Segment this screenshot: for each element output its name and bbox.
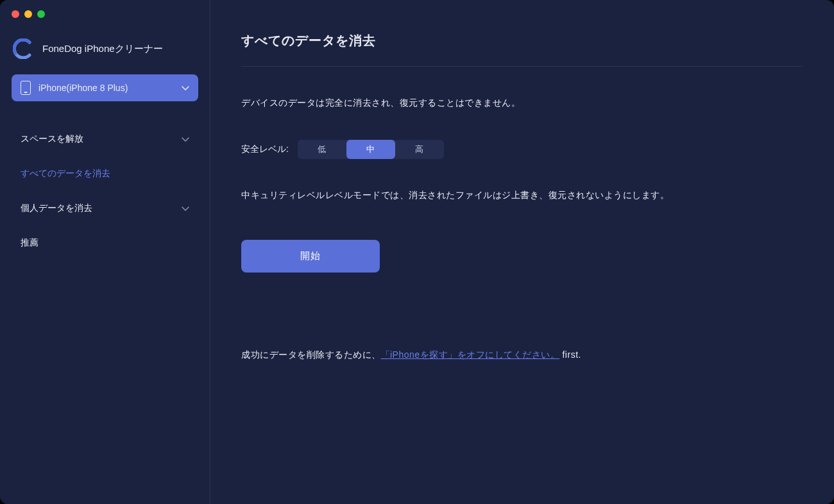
- app-title: FoneDog iPhoneクリーナー: [42, 43, 163, 55]
- footer-text: 成功にデータを削除するために、「iPhoneを探す」をオフにしてください。 fi…: [241, 349, 803, 361]
- device-label: iPhone(iPhone 8 Plus): [38, 83, 174, 93]
- security-level-segments: 低 中 高: [298, 140, 444, 159]
- main-content: すべてのデータを消去 デバイスのデータは完全に消去され、復元することはできません…: [210, 0, 834, 504]
- security-level-row: 安全レベル: 低 中 高: [241, 140, 803, 159]
- sidebar-item-erase-private-data[interactable]: 個人データを消去: [0, 191, 210, 226]
- start-button[interactable]: 開始: [241, 240, 380, 273]
- sidebar-item-label: 推薦: [21, 237, 38, 249]
- app-header: FoneDog iPhoneクリーナー: [0, 31, 210, 74]
- warning-text: デバイスのデータは完全に消去され、復元することはできません。: [241, 97, 803, 109]
- security-level-medium[interactable]: 中: [346, 140, 395, 159]
- sidebar-item-recommend[interactable]: 推薦: [0, 226, 210, 260]
- page-title: すべてのデータを消去: [241, 32, 803, 66]
- footer-prefix: 成功にデータを削除するために、: [241, 349, 381, 360]
- app-window: FoneDog iPhoneクリーナー iPhone(iPhone 8 Plus…: [0, 0, 834, 504]
- sidebar-item-label: 個人データを消去: [21, 203, 92, 214]
- security-level-label: 安全レベル:: [241, 144, 289, 155]
- security-level-high[interactable]: 高: [395, 140, 444, 159]
- find-my-iphone-link[interactable]: 「iPhoneを探す」をオフにしてください。: [381, 349, 560, 360]
- minimize-window-button[interactable]: [24, 10, 32, 18]
- sidebar-item-erase-all-data[interactable]: すべてのデータを消去: [0, 156, 210, 191]
- device-selector[interactable]: iPhone(iPhone 8 Plus): [12, 74, 198, 101]
- divider: [241, 66, 803, 67]
- chevron-down-icon: [182, 137, 189, 142]
- sidebar: FoneDog iPhoneクリーナー iPhone(iPhone 8 Plus…: [0, 0, 210, 504]
- close-window-button[interactable]: [12, 10, 19, 18]
- window-controls: [12, 10, 45, 18]
- maximize-window-button[interactable]: [37, 10, 45, 18]
- chevron-down-icon: [182, 86, 189, 90]
- phone-icon: [21, 81, 31, 95]
- chevron-down-icon: [182, 206, 189, 211]
- sidebar-item-label: スペースを解放: [21, 133, 83, 145]
- footer-suffix: first.: [559, 349, 581, 360]
- security-level-low[interactable]: 低: [298, 140, 346, 159]
- app-logo-icon: [13, 38, 33, 59]
- sidebar-item-free-space[interactable]: スペースを解放: [0, 122, 210, 156]
- security-level-description: 中キュリティレベルレベルモードでは、消去されたファイルはジ上書き、復元されないよ…: [241, 190, 803, 201]
- nav-list: スペースを解放 すべてのデータを消去 個人データを消去 推薦: [0, 112, 210, 271]
- sidebar-item-label: すべてのデータを消去: [21, 168, 110, 180]
